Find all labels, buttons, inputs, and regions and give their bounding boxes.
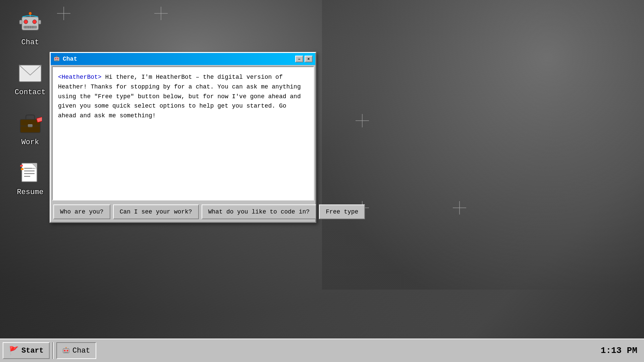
desktop-icon-contact[interactable]: Contact bbox=[10, 60, 50, 97]
taskbar-robot-icon bbox=[62, 347, 70, 354]
resume-icon-image bbox=[17, 160, 44, 187]
taskbar-chat-item[interactable]: Chat bbox=[56, 342, 96, 359]
svg-rect-16 bbox=[37, 117, 42, 122]
start-button[interactable]: 🚩 Start bbox=[3, 342, 50, 359]
see-work-button[interactable]: Can I see your work? bbox=[113, 204, 199, 219]
chat-window: Chat – × <HeatherBot> Hi there, I'm Heat… bbox=[50, 52, 316, 223]
work-icon-image bbox=[17, 110, 44, 137]
chat-username: <HeatherBot> bbox=[58, 74, 102, 80]
svg-point-26 bbox=[55, 58, 56, 59]
taskbar: 🚩 Start Chat 1:13 PM bbox=[0, 339, 644, 362]
svg-rect-12 bbox=[19, 65, 41, 82]
bg-gradient2 bbox=[322, 0, 644, 290]
svg-rect-5 bbox=[23, 26, 37, 28]
work-icon-label: Work bbox=[21, 138, 39, 146]
close-button[interactable]: × bbox=[305, 56, 313, 62]
chat-icon-image bbox=[17, 10, 44, 37]
svg-point-30 bbox=[56, 56, 57, 57]
crosshair-decoration bbox=[453, 201, 466, 215]
svg-point-3 bbox=[24, 20, 28, 24]
svg-point-2 bbox=[29, 12, 32, 15]
desktop-icon-chat[interactable]: Chat bbox=[10, 10, 50, 47]
svg-point-27 bbox=[57, 58, 58, 59]
svg-rect-10 bbox=[19, 20, 22, 24]
start-flag-icon: 🚩 bbox=[9, 346, 19, 356]
svg-point-33 bbox=[67, 350, 68, 352]
window-controls: – × bbox=[295, 56, 313, 62]
start-label: Start bbox=[21, 347, 44, 355]
free-type-button[interactable]: Free type bbox=[319, 204, 365, 219]
taskbar-clock: 1:13 PM bbox=[601, 346, 637, 356]
crosshair-decoration bbox=[57, 7, 70, 20]
envelope-svg bbox=[18, 63, 42, 83]
svg-point-32 bbox=[64, 350, 66, 352]
svg-point-4 bbox=[33, 20, 37, 24]
desktop-icon-work[interactable]: Work bbox=[10, 110, 50, 146]
briefcase-svg bbox=[18, 113, 42, 134]
contact-icon-label: Contact bbox=[15, 88, 46, 97]
window-robot-icon bbox=[53, 56, 60, 62]
taskbar-chat-label: Chat bbox=[72, 347, 90, 355]
svg-rect-11 bbox=[38, 20, 41, 24]
taskbar-divider bbox=[52, 342, 54, 359]
chat-buttons-area: Who are you? Can I see your work? What d… bbox=[51, 202, 315, 222]
svg-rect-28 bbox=[55, 60, 58, 61]
chat-icon-label: Chat bbox=[21, 38, 39, 47]
chat-message: <HeatherBot> Hi there, I'm HeatherBot – … bbox=[58, 72, 308, 121]
resume-icon-label: Resume bbox=[17, 188, 43, 196]
who-are-you-button[interactable]: Who are you? bbox=[53, 204, 110, 219]
svg-rect-14 bbox=[28, 124, 33, 127]
svg-point-36 bbox=[66, 347, 67, 348]
crosshair-decoration bbox=[154, 7, 168, 20]
document-svg bbox=[20, 162, 40, 185]
robot-svg bbox=[18, 12, 42, 35]
crosshair-decoration bbox=[356, 114, 369, 127]
contact-icon-image bbox=[17, 60, 44, 87]
window-title-text: Chat bbox=[63, 56, 77, 62]
svg-rect-34 bbox=[64, 352, 68, 353]
chat-message-text: Hi there, I'm HeatherBot – the digital v… bbox=[58, 74, 301, 119]
minimize-button[interactable]: – bbox=[295, 56, 303, 62]
desktop-icons-container: Chat Contact Wor bbox=[10, 10, 50, 196]
desktop-icon-resume[interactable]: Resume bbox=[10, 160, 50, 196]
window-titlebar[interactable]: Chat – × bbox=[51, 53, 315, 65]
chat-content-area: <HeatherBot> Hi there, I'm HeatherBot – … bbox=[52, 66, 314, 200]
code-in-button[interactable]: What do you like to code in? bbox=[202, 204, 316, 219]
window-title-area: Chat bbox=[53, 56, 77, 62]
